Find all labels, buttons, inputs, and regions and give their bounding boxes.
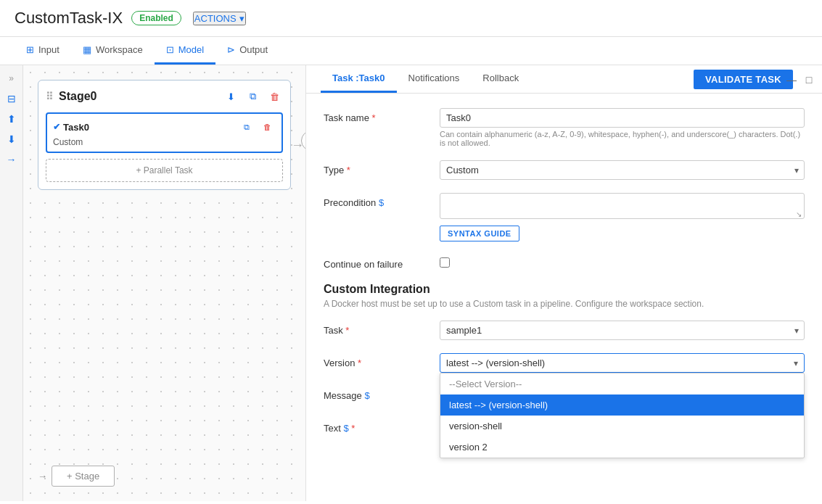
text-field-label: Text $ * [324,418,440,434]
continue-failure-control [440,255,805,270]
section-title: Custom Integration [324,283,805,296]
arrow-left-icon: → [38,471,47,482]
version-required: * [358,358,361,368]
nav-tabs: ⊞ Input ▦ Workspace ⊡ Model ⊳ Output [0,37,822,65]
version-select-wrapper: latest --> (version-shell) ▾ [440,353,805,373]
model-icon: ⊡ [166,44,174,55]
syntax-guide-button[interactable]: SYNTAX GUIDE [440,226,519,241]
section-desc: A Docker host must be set up to use a Cu… [324,299,805,309]
main-layout: » ⊟ ⬆ ⬇ → ⠿ Stage0 ⬇ ⧉ 🗑 [0,65,822,501]
add-stage-area: → + Stage [38,466,115,487]
task-delete-btn[interactable]: 🗑 [258,118,276,136]
message-dollar: $ [364,390,369,401]
continue-failure-checkbox[interactable] [440,257,450,268]
actions-button[interactable]: ACTIONS ▾ [193,12,246,25]
add-stage-btn[interactable]: → + Stage [38,466,115,487]
precondition-row: Precondition $ ↘ SYNTAX GUIDE [324,193,805,241]
form-content: Task name * Can contain alphanumeric (a-… [306,94,822,501]
drag-handle-icon[interactable]: ⠿ [46,91,53,102]
version-option-select[interactable]: --Select Version-- [440,373,804,394]
stage-delete-btn[interactable]: 🗑 [266,88,283,105]
stage-download-btn[interactable]: ⬇ [222,88,239,105]
output-icon: ⊳ [227,44,235,55]
version-option-v2[interactable]: version 2 [440,437,804,458]
stage-title: ⠿ Stage0 [46,90,96,103]
text-required: * [351,423,355,434]
custom-integration-section: Custom Integration A Docker host must be… [324,283,805,309]
version-option-latest[interactable]: latest --> (version-shell) [440,394,804,416]
type-select-wrapper: Custom Shell Python ▾ [440,160,805,180]
left-sidebar: » ⊟ ⬆ ⬇ → [0,65,23,501]
version-dropdown-menu: --Select Version-- latest --> (version-s… [440,373,805,458]
task-item[interactable]: ✔ Task0 ⧉ 🗑 Custom [46,112,283,153]
type-control: Custom Shell Python ▾ [440,160,805,180]
task-name-field-label: Task name * [324,108,440,123]
task-select-label: Task * [324,321,440,336]
version-control: latest --> (version-shell) ▾ --Select Ve… [440,353,805,373]
version-row: Version * latest --> (version-shell) ▾ -… [324,353,805,373]
precondition-input[interactable] [440,193,805,219]
stage-copy-btn[interactable]: ⧉ [244,88,261,105]
panel-tabs: Task :Task0 Notifications Rollback VALID… [306,65,822,94]
required-indicator: * [372,112,376,123]
task-required: * [345,325,349,336]
task-name-control: Can contain alphanumeric (a-z, A-Z, 0-9)… [440,108,805,147]
task-select-row: Task * sample1 sample2 ▾ [324,321,805,340]
version-arrow-icon: ▾ [794,358,798,368]
stage-box: ⠿ Stage0 ⬇ ⧉ 🗑 ✔ Task0 [38,80,291,190]
stage-header: ⠿ Stage0 ⬇ ⧉ 🗑 [46,88,283,105]
type-row: Type * Custom Shell Python ▾ [324,160,805,180]
message-label: Message $ [324,386,440,401]
minimize-btn[interactable]: — [784,73,799,87]
task-select-wrapper: sample1 sample2 ▾ [440,321,805,340]
stage-actions: ⬇ ⧉ 🗑 [222,88,283,105]
continue-failure-row: Continue on failure [324,255,805,270]
sidebar-grid-icon[interactable]: ⊟ [4,91,19,106]
text-dollar: $ [343,423,348,434]
task-name-label: ✔ Task0 [53,122,89,133]
sidebar-arrow-icon[interactable]: → [4,152,19,167]
task-dropdown[interactable]: sample1 sample2 [440,321,805,340]
version-label: Version * [324,353,440,368]
enabled-badge: Enabled [131,11,181,25]
task-name-hint: Can contain alphanumeric (a-z, A-Z, 0-9)… [440,130,805,147]
workspace-icon: ▦ [83,44,91,55]
right-panel: Task :Task0 Notifications Rollback VALID… [306,65,822,501]
sidebar-upload-icon[interactable]: ⬆ [4,112,19,126]
tab-workspace[interactable]: ▦ Workspace [71,37,155,65]
canvas-area: ⠿ Stage0 ⬇ ⧉ 🗑 ✔ Task0 [23,65,306,501]
add-parallel-task-btn[interactable]: + Parallel Task [46,159,283,182]
sidebar-download-icon[interactable]: ⬇ [4,132,19,146]
stage-container: ⠿ Stage0 ⬇ ⧉ 🗑 ✔ Task0 [38,80,291,190]
version-select-display[interactable]: latest --> (version-shell) ▾ [440,353,805,373]
task-check-icon: ✔ [53,122,60,132]
tab-model[interactable]: ⊡ Model [155,37,215,65]
task-name-input[interactable] [440,108,805,128]
precondition-dollar: $ [379,197,384,208]
panel-tab-rollback[interactable]: Rollback [471,65,530,93]
task-name-row: Task name * Can contain alphanumeric (a-… [324,108,805,147]
panel-tab-task[interactable]: Task :Task0 [321,65,397,93]
input-icon: ⊞ [26,44,34,55]
task-copy-btn[interactable]: ⧉ [238,118,255,136]
continue-failure-label: Continue on failure [324,255,440,270]
version-dropdown-wrapper: latest --> (version-shell) ▾ --Select Ve… [440,353,805,373]
panel-tab-notifications[interactable]: Notifications [397,65,472,93]
task-item-header: ✔ Task0 ⧉ 🗑 [53,118,276,136]
task-select-control: sample1 sample2 ▾ [440,321,805,340]
precondition-textarea-wrapper: ↘ [440,193,805,221]
maximize-btn[interactable]: □ [802,73,816,87]
type-required: * [347,165,350,175]
type-field-label: Type * [324,160,440,175]
tab-input[interactable]: ⊞ Input [15,37,71,65]
expand-icon: ↘ [796,210,802,218]
task-item-actions: ⧉ 🗑 [238,118,276,136]
version-option-shell[interactable]: version-shell [440,416,804,437]
precondition-control: ↘ SYNTAX GUIDE [440,193,805,241]
panel-window-buttons: — □ [778,65,822,94]
sidebar-expand-icon[interactable]: » [4,71,19,86]
tab-output[interactable]: ⊳ Output [215,37,279,65]
page-title: CustomTask-IX [15,9,123,28]
type-select[interactable]: Custom Shell Python [440,160,805,180]
chevron-down-icon: ▾ [239,13,244,24]
